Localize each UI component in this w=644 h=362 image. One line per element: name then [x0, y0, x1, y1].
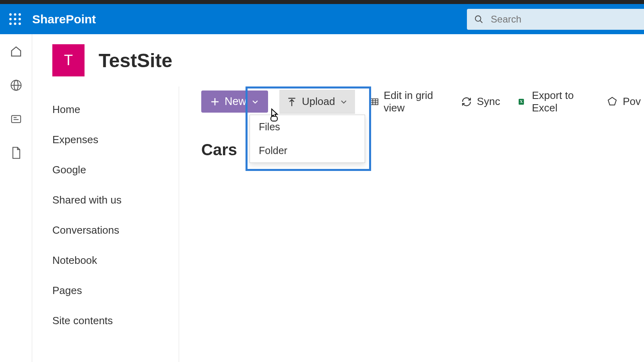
upload-dropdown: Files Folder — [250, 115, 365, 163]
brand-name[interactable]: SharePoint — [32, 12, 96, 26]
rail-global[interactable] — [9, 78, 23, 93]
suite-bar: SharePoint — [0, 4, 644, 34]
svg-point-5 — [19, 18, 21, 21]
left-rail — [0, 34, 32, 362]
grid-icon — [369, 97, 379, 107]
content-area: New Upload Edit in grid view S — [179, 86, 644, 362]
plus-icon — [210, 97, 220, 107]
svg-point-3 — [9, 18, 12, 21]
news-icon — [10, 113, 22, 125]
search-icon — [474, 14, 483, 25]
site-header: T TestSite — [32, 34, 644, 86]
nav-site-contents[interactable]: Site contents — [52, 306, 179, 336]
search-box[interactable] — [467, 9, 644, 30]
rail-files[interactable] — [9, 146, 23, 160]
nav-google[interactable]: Google — [52, 155, 179, 185]
site-logo[interactable]: T — [52, 44, 85, 76]
svg-marker-28 — [608, 97, 616, 105]
upload-files-item[interactable]: Files — [250, 115, 365, 139]
waffle-icon — [8, 12, 22, 26]
rail-news[interactable] — [9, 112, 23, 126]
browser-chrome — [0, 0, 644, 4]
command-bar: New Upload Edit in grid view S — [201, 90, 644, 113]
svg-point-4 — [14, 18, 17, 21]
home-icon — [10, 45, 22, 58]
svg-point-1 — [14, 13, 17, 16]
app-launcher[interactable] — [8, 12, 22, 26]
upload-icon — [287, 97, 297, 107]
search-input[interactable] — [491, 14, 637, 25]
upload-folder-item[interactable]: Folder — [250, 139, 365, 162]
rail-home[interactable] — [9, 44, 23, 59]
chevron-down-icon — [251, 98, 259, 106]
edit-grid-label: Edit in grid view — [384, 89, 443, 114]
svg-point-6 — [9, 23, 12, 25]
svg-point-0 — [9, 13, 12, 16]
nav-pages[interactable]: Pages — [52, 276, 179, 306]
power-button[interactable]: Pov — [603, 90, 644, 113]
nav-conversations[interactable]: Conversations — [52, 215, 179, 245]
svg-point-7 — [14, 23, 17, 25]
svg-point-8 — [19, 23, 21, 25]
nav-shared[interactable]: Shared with us — [52, 185, 179, 215]
nav-notebook[interactable]: Notebook — [52, 245, 179, 276]
sync-icon — [461, 97, 472, 107]
upload-label: Upload — [302, 95, 335, 108]
svg-text:X: X — [520, 99, 523, 104]
file-icon — [10, 146, 22, 159]
new-label: New — [225, 95, 246, 108]
chevron-down-icon — [340, 98, 348, 106]
sync-label: Sync — [477, 95, 500, 108]
power-icon — [607, 96, 618, 107]
edit-grid-button[interactable]: Edit in grid view — [366, 90, 446, 113]
globe-icon — [10, 79, 22, 91]
export-excel-button[interactable]: X Export to Excel — [515, 90, 592, 113]
upload-button[interactable]: Upload — [279, 90, 355, 114]
site-title[interactable]: TestSite — [99, 49, 172, 72]
svg-line-10 — [480, 20, 483, 23]
svg-rect-14 — [11, 115, 21, 123]
sync-button[interactable]: Sync — [458, 90, 504, 113]
excel-icon: X — [518, 96, 527, 107]
export-excel-label: Export to Excel — [532, 89, 589, 114]
svg-point-9 — [475, 16, 481, 21]
nav-expenses[interactable]: Expenses — [52, 125, 179, 155]
new-button[interactable]: New — [201, 90, 268, 113]
svg-rect-21 — [370, 99, 378, 105]
svg-point-2 — [19, 13, 21, 16]
power-label: Pov — [623, 95, 641, 108]
site-nav: Home Expenses Google Shared with us Conv… — [32, 86, 179, 362]
nav-home[interactable]: Home — [52, 95, 179, 125]
